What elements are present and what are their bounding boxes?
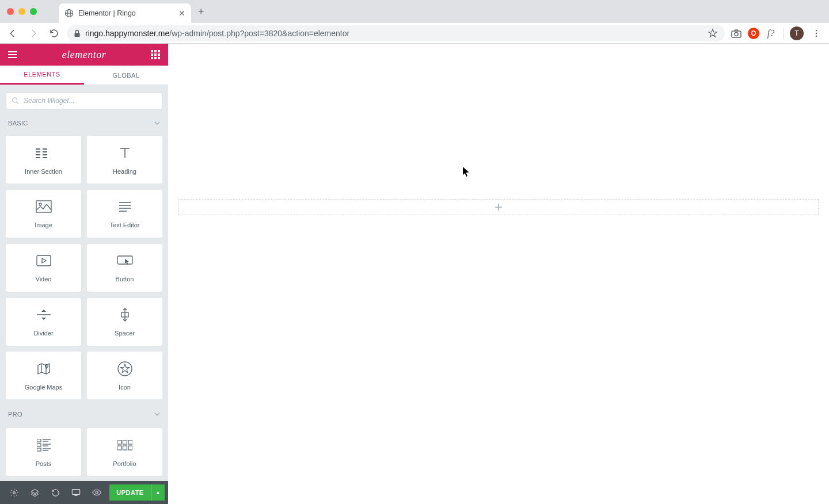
canvas[interactable] xyxy=(168,44,829,504)
update-dropdown-button[interactable]: ▲ xyxy=(151,484,165,501)
back-button[interactable] xyxy=(5,25,21,41)
widget-portfolio[interactable]: Portfolio xyxy=(87,428,162,476)
widget-video[interactable]: Video xyxy=(6,244,81,292)
window-controls xyxy=(5,8,41,15)
lock-icon xyxy=(74,29,81,37)
star-icon[interactable] xyxy=(708,28,718,39)
svg-rect-34 xyxy=(37,444,41,446)
svg-rect-18 xyxy=(43,157,47,158)
url-text: ringo.happymonster.me/wp-admin/post.php?… xyxy=(85,29,703,38)
tab-close-icon[interactable]: ✕ xyxy=(178,9,185,18)
window-maximize-button[interactable] xyxy=(30,8,37,15)
search-icon xyxy=(12,97,19,105)
svg-rect-31 xyxy=(37,439,41,442)
widget-inner-section[interactable]: Inner Section xyxy=(6,136,81,184)
google-maps-icon xyxy=(37,361,51,377)
icon-icon xyxy=(117,361,132,377)
widget-text-editor[interactable]: Text Editor xyxy=(87,190,162,238)
navigator-button[interactable] xyxy=(24,481,45,504)
widget-label: Portfolio xyxy=(113,460,136,467)
svg-rect-42 xyxy=(128,440,132,444)
settings-button[interactable] xyxy=(3,481,24,504)
category-label: PRO xyxy=(8,411,22,418)
update-button[interactable]: UPDATE xyxy=(109,484,151,501)
text-editor-icon xyxy=(118,198,132,215)
widget-label: Google Maps xyxy=(25,384,62,391)
svg-rect-40 xyxy=(117,440,121,444)
svg-point-7 xyxy=(816,32,817,34)
widget-label: Video xyxy=(36,276,52,282)
add-section-button[interactable] xyxy=(178,199,819,215)
svg-point-50 xyxy=(96,491,98,494)
svg-rect-19 xyxy=(36,201,51,212)
widget-google-maps[interactable]: Google Maps xyxy=(6,352,81,399)
history-button[interactable] xyxy=(45,481,66,504)
category-pro[interactable]: PRO xyxy=(6,406,162,422)
svg-rect-41 xyxy=(123,440,127,444)
widget-icon[interactable]: Icon xyxy=(87,352,162,399)
sidebar: elementor ELEMENTS GLOBAL BASIC Inner Se… xyxy=(0,44,168,504)
profile-avatar[interactable]: T xyxy=(790,26,804,40)
svg-point-5 xyxy=(735,32,738,36)
tab-title: Elementor | Ringo xyxy=(78,9,174,17)
widget-label: Text Editor xyxy=(110,222,140,228)
divider-icon xyxy=(37,307,51,323)
svg-rect-43 xyxy=(117,446,121,450)
svg-point-6 xyxy=(816,29,817,31)
forward-button[interactable] xyxy=(25,25,41,41)
svg-rect-15 xyxy=(43,148,47,150)
new-tab-button[interactable]: + xyxy=(198,6,204,18)
separator xyxy=(784,28,784,39)
window-close-button[interactable] xyxy=(7,8,14,15)
responsive-button[interactable] xyxy=(66,481,86,504)
search-container xyxy=(0,85,168,115)
reload-button[interactable] xyxy=(46,25,62,41)
preview-button[interactable] xyxy=(86,481,107,504)
category-basic[interactable]: BASIC xyxy=(0,115,168,131)
hamburger-icon[interactable] xyxy=(8,51,17,58)
video-icon xyxy=(36,253,51,269)
window-minimize-button[interactable] xyxy=(18,8,25,15)
svg-rect-45 xyxy=(128,446,132,450)
widget-button[interactable]: Button xyxy=(87,244,162,292)
portfolio-icon xyxy=(117,437,132,453)
button-icon xyxy=(117,253,133,269)
grid-icon[interactable] xyxy=(151,50,160,59)
svg-rect-44 xyxy=(123,446,127,450)
tab-elements[interactable]: ELEMENTS xyxy=(0,66,84,85)
widget-label: Spacer xyxy=(115,330,135,337)
camera-icon[interactable] xyxy=(729,26,743,40)
extension-icon[interactable]: f? xyxy=(764,26,778,40)
tab-global[interactable]: GLOBAL xyxy=(84,66,168,85)
svg-point-9 xyxy=(13,98,17,102)
widget-label: Icon xyxy=(119,384,131,391)
widgets-grid: Inner SectionHeadingImageText EditorVide… xyxy=(0,131,168,481)
brand-logo: elementor xyxy=(62,49,106,61)
widget-label: Divider xyxy=(33,330,53,337)
svg-rect-3 xyxy=(75,33,80,37)
search-input[interactable] xyxy=(6,92,162,109)
inner-section-icon xyxy=(36,145,52,161)
svg-rect-47 xyxy=(72,490,79,495)
spacer-icon xyxy=(119,307,131,323)
widget-posts[interactable]: Posts xyxy=(6,428,81,476)
menu-icon[interactable] xyxy=(808,25,824,41)
update-group: UPDATE ▲ xyxy=(109,484,165,501)
cursor-icon xyxy=(463,167,470,177)
widget-spacer[interactable]: Spacer xyxy=(87,298,162,346)
widget-label: Button xyxy=(116,276,134,282)
widget-heading[interactable]: Heading xyxy=(87,136,162,184)
svg-rect-25 xyxy=(37,255,51,266)
svg-rect-4 xyxy=(732,31,741,37)
address-bar[interactable]: ringo.happymonster.me/wp-admin/post.php?… xyxy=(67,25,725,41)
svg-rect-11 xyxy=(36,148,40,150)
svg-rect-37 xyxy=(37,448,41,451)
widget-divider[interactable]: Divider xyxy=(6,298,81,346)
bottom-bar: UPDATE ▲ xyxy=(0,481,168,504)
browser-tab[interactable]: Elementor | Ringo ✕ xyxy=(59,3,191,23)
chevron-down-icon xyxy=(154,413,160,416)
address-row: ringo.happymonster.me/wp-admin/post.php?… xyxy=(0,23,829,44)
svg-rect-16 xyxy=(43,151,47,152)
opera-extension-icon[interactable]: O xyxy=(748,28,759,39)
widget-image[interactable]: Image xyxy=(6,190,81,238)
